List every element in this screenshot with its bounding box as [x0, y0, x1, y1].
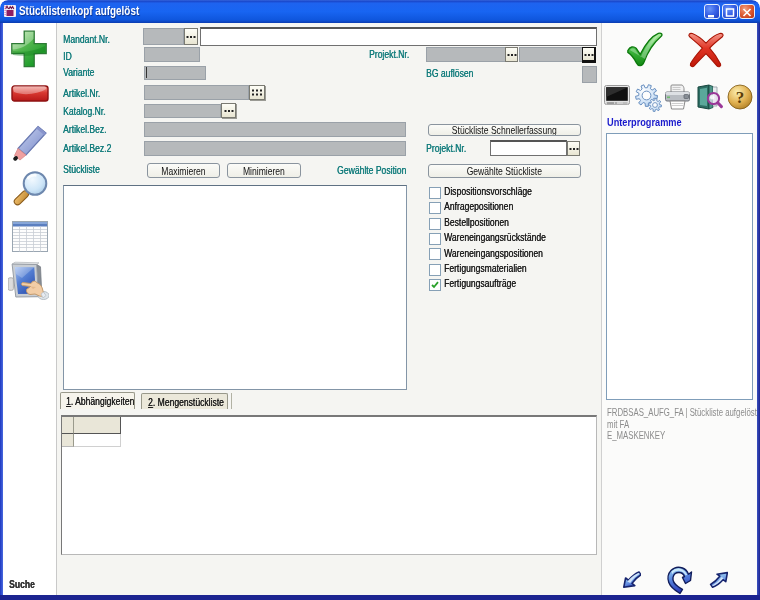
svg-text:?: ? — [736, 88, 745, 107]
